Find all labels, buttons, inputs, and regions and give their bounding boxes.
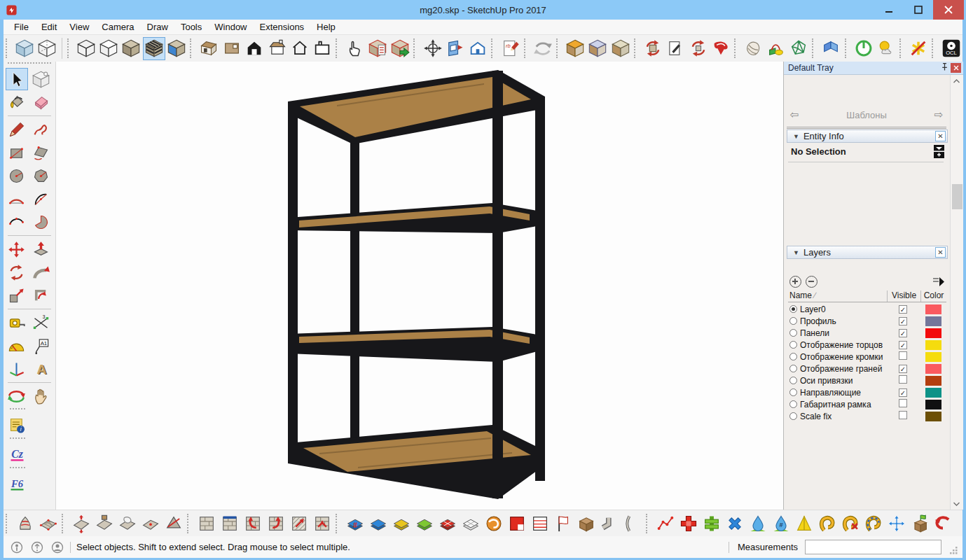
pan-tool[interactable] [30, 385, 53, 407]
layers-column-headers[interactable]: Name ∕ Visible Color [788, 290, 946, 302]
toolbar-grip[interactable] [67, 38, 73, 58]
opencutlist-tool[interactable]: OCL [939, 37, 962, 60]
style-wireframe-tool[interactable] [74, 37, 97, 60]
tex-arrow-left-tool[interactable] [241, 512, 264, 535]
model-viewport[interactable] [55, 62, 783, 510]
notes-info-tool[interactable]: i [6, 414, 29, 437]
plugin-f6-tool[interactable]: F6 [6, 472, 29, 496]
layer-radio[interactable] [789, 305, 797, 313]
corner-round-tool[interactable] [564, 37, 586, 60]
menu-tools[interactable]: Tools [174, 20, 208, 34]
layers-close-icon[interactable]: ✕ [935, 247, 946, 258]
entity-info-close-icon[interactable]: ✕ [935, 131, 946, 141]
layer-radio[interactable] [789, 365, 797, 372]
toolbar-grip[interactable] [845, 38, 850, 58]
component-attributes-tool[interactable] [389, 37, 411, 60]
view-iso-tool[interactable] [198, 37, 220, 60]
move-tool[interactable] [6, 238, 28, 260]
layer-color-swatch[interactable] [925, 352, 941, 362]
arc-3pt-tool[interactable] [6, 211, 28, 233]
corner-sharp-tool[interactable] [586, 37, 609, 60]
col-name-label[interactable]: Name [789, 290, 812, 300]
curviloft-tool[interactable] [765, 37, 787, 60]
rotated-rectangle-tool[interactable] [30, 141, 53, 164]
follow-me-tool[interactable] [30, 261, 53, 284]
view-top-tool[interactable] [221, 37, 243, 60]
tex-blue-edge-tool[interactable] [218, 512, 241, 535]
style-shaded-tool[interactable] [120, 37, 142, 60]
layer-visible-checkbox[interactable]: ✓ [899, 388, 907, 397]
toolbar-grip[interactable] [491, 38, 497, 58]
layer-visible-checkbox[interactable] [899, 399, 907, 407]
layer-visible-checkbox[interactable]: ✓ [899, 317, 907, 326]
hook-dash-tool[interactable] [862, 512, 885, 535]
menu-edit[interactable]: Edit [35, 20, 63, 34]
paint-bucket-tool[interactable] [6, 91, 28, 113]
tex-arrow-right-tool[interactable] [264, 512, 287, 535]
scale-tool[interactable] [6, 284, 28, 307]
layer-radio[interactable] [789, 412, 797, 420]
remove-layer-button[interactable] [806, 276, 817, 288]
layer-name[interactable]: Отображение кромки [800, 352, 886, 362]
measurements-input[interactable] [805, 540, 941, 554]
artisan-shell-tool[interactable] [742, 37, 764, 60]
cross-green-tool[interactable] [700, 512, 723, 535]
vray-logo-tool[interactable] [710, 37, 732, 60]
entity-details-toggle[interactable] [934, 145, 944, 160]
tex-hatch-arrow-tool[interactable] [287, 512, 310, 535]
sketch-page-tool[interactable] [664, 37, 686, 60]
layer-color-swatch[interactable] [925, 376, 941, 386]
smoove-tool[interactable] [69, 512, 92, 535]
toolbar-grip[interactable] [10, 467, 25, 472]
rectangle-tool[interactable] [6, 141, 28, 164]
title-bar[interactable]: mg20.skp - SketchUp Pro 2017 [0, 0, 966, 20]
layer-visible-checkbox[interactable] [899, 411, 907, 419]
view-left-tool[interactable] [289, 37, 311, 60]
credits-icon[interactable] [30, 540, 44, 554]
layer-visible-checkbox[interactable] [899, 351, 907, 360]
menu-file[interactable]: File [8, 20, 35, 34]
walk-tool[interactable] [467, 37, 489, 60]
water-drop-tool[interactable] [746, 512, 769, 535]
tex-arrows-both-tool[interactable] [310, 512, 333, 535]
tex-plain-tool[interactable] [195, 512, 218, 535]
toolbar-grip[interactable] [524, 38, 530, 58]
box-flag-tool[interactable] [908, 512, 931, 535]
collapse-triangle-icon[interactable]: ▼ [793, 249, 799, 256]
col-color-label[interactable]: Color [921, 290, 946, 302]
signin-icon[interactable] [50, 540, 64, 554]
toolbar-grip[interactable] [6, 514, 11, 533]
add-detail-tool[interactable] [139, 512, 162, 535]
eraser-tool[interactable] [30, 91, 53, 113]
layer-name[interactable]: Оси привязки [800, 376, 886, 386]
layer-radio[interactable] [789, 388, 797, 396]
layer-row[interactable]: Панели✓ [788, 327, 946, 339]
maximize-button[interactable] [904, 0, 933, 20]
red-corner-tool[interactable] [505, 512, 528, 535]
tray-close-icon[interactable] [951, 63, 961, 73]
layer-radio[interactable] [789, 329, 797, 337]
layer-name[interactable]: Layer0 [800, 304, 886, 314]
loft-curl-tool[interactable] [482, 512, 505, 535]
layer-radio[interactable] [789, 341, 797, 349]
menu-view[interactable]: View [63, 20, 95, 34]
toolbar-grip[interactable] [336, 38, 341, 58]
layer-row[interactable]: Оси привязки [788, 374, 946, 386]
layer-row[interactable]: Направляющие✓ [788, 386, 946, 398]
component-options-tool[interactable] [366, 37, 389, 60]
tile-white-tool[interactable] [459, 512, 482, 535]
scroll-up-icon[interactable] [951, 75, 962, 87]
menu-extensions[interactable]: Extensions [254, 20, 311, 34]
arc-2pt-tool[interactable] [6, 188, 28, 210]
toolbar-grip[interactable] [187, 514, 193, 533]
layer-visible-checkbox[interactable]: ✓ [899, 329, 907, 337]
undo-arc-tool[interactable] [931, 512, 954, 535]
polygon-tool[interactable] [30, 164, 53, 187]
polyline-points-tool[interactable] [654, 512, 677, 535]
add-layer-button[interactable] [789, 276, 801, 288]
style-xray-tool[interactable] [13, 37, 36, 60]
table-grid-tool[interactable] [528, 512, 551, 535]
tile-yellow-tool[interactable] [389, 512, 413, 535]
circle-tool[interactable] [6, 164, 28, 187]
box-fold-tool[interactable] [574, 512, 598, 535]
